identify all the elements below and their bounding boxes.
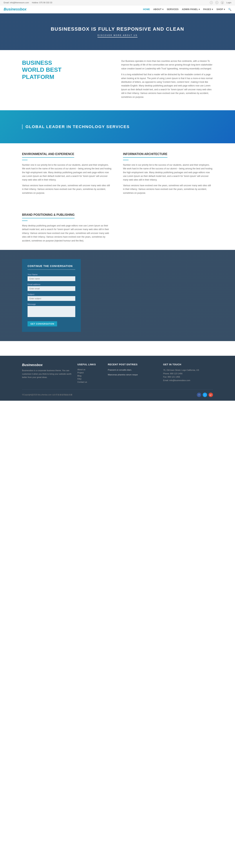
footer-bottom: ©Copyright@2018 bbs.zhenlao.com 允许开发者使用修… <box>22 390 213 397</box>
login-link[interactable]: Login <box>226 1 231 4</box>
facebook-icon[interactable]: f <box>197 393 201 397</box>
logo: Businessbox <box>4 7 26 11</box>
message-textarea[interactable] <box>28 306 75 317</box>
contact-form-box: CONTINUE THE CONVERSATION Your Name Emai… <box>22 259 81 332</box>
intro-p2: It is a long established fact that a rea… <box>121 73 213 99</box>
subject-field-group: Subject <box>28 293 75 301</box>
info-arch-p1: Number one in our priority list is the s… <box>123 163 213 182</box>
footer-contact-col: Get In Touch 76, Old town Street, Logo C… <box>163 363 213 384</box>
env-title: ENVIRONMENTAL AND EXPERIENCE <box>22 152 74 158</box>
recent-post-1: Praesent ut convallis diam. <box>108 368 157 372</box>
nav-pages[interactable]: PAGES ▾ <box>203 8 213 11</box>
subject-label: Subject <box>28 293 75 296</box>
footer-link-faq[interactable]: FAQ <box>77 378 102 380</box>
brand-paragraph: Many desktop publishing packages and web… <box>22 224 114 243</box>
hero-section: BUSINESSBOX IS FULLY RESPONSIVE AND CLEA… <box>0 13 235 50</box>
message-label: Message <box>28 303 75 305</box>
footer-grid: Businessbox Businessbox is a corporate b… <box>22 363 213 384</box>
footer-links-col: Useful Links About us Project Blog FAQ C… <box>77 363 102 384</box>
twitter-icon: t <box>215 1 218 4</box>
header: Businessbox HOME ABOUT ▾ SERVICES ADMIN … <box>0 5 235 13</box>
nav-home[interactable]: HOME <box>143 8 150 11</box>
blue-banner-text: GLOBAL LEADER IN TECHNOLOGY SERVICES <box>22 124 129 129</box>
nav-admin[interactable]: ADMIN PANEL ▾ <box>182 8 200 11</box>
google-icon: g <box>221 1 224 4</box>
footer-link-project[interactable]: Project <box>77 372 102 374</box>
email-field-group: Email address <box>28 283 75 291</box>
top-bar-right: i t g Login <box>210 1 231 4</box>
copyright: ©Copyright@2018 bbs.zhenlao.com 允许开发者使用修… <box>22 394 72 396</box>
footer: Businessbox Businessbox is a corporate b… <box>0 356 235 401</box>
footer-link-about[interactable]: About us <box>77 368 102 371</box>
name-field-group: Your Name <box>28 273 75 281</box>
contact-info: 76, Old town Street, Logo California, US… <box>163 368 213 382</box>
post-link-2[interactable]: Maecenas pharetra rutrum neque <box>108 373 157 376</box>
info-arch-p2: Various versions have evolved over the y… <box>123 184 213 195</box>
googleplus-icon[interactable]: g+ <box>209 393 213 397</box>
name-input[interactable] <box>28 276 75 281</box>
hotline-info: Hotline: 075 99 333 33 <box>32 1 52 4</box>
info-arch-title: INFORMATION ARCHITECTURE <box>123 152 168 158</box>
brand-section: BRAND POSITIONING & PUBLISHING Many desk… <box>0 206 235 250</box>
contact-title: CONTINUE THE CONVERSATION <box>28 265 75 270</box>
twitter-icon-footer[interactable]: t <box>203 393 207 397</box>
nav: HOME ABOUT ▾ SERVICES ADMIN PANEL ▾ PAGE… <box>143 8 231 11</box>
info-arch-right: INFORMATION ARCHITECTURE Number one in o… <box>123 152 213 197</box>
nav-about[interactable]: ABOUT ▾ <box>153 8 164 11</box>
brand-title: BRAND POSITIONING & PUBLISHING <box>22 213 75 218</box>
intro-right: Our Business operates in more than two c… <box>121 59 213 101</box>
recent-posts-title: Recent Post Entries <box>108 363 157 366</box>
email-info: Email: info@themesom.com <box>4 1 29 4</box>
footer-logo: Businessbox <box>22 363 72 367</box>
env-p2: Various versions have evolved over the y… <box>22 184 112 195</box>
footer-link-contact[interactable]: Contact us <box>77 381 102 383</box>
social-icons: f t g+ <box>197 393 213 397</box>
footer-about-text: Businessbox is a corporate business them… <box>22 369 72 379</box>
intro-left: BUSINESS WORLD BEST PLATFORM <box>22 59 114 84</box>
hero-subtitle: DISCOVER MORE ABOUT US <box>97 34 138 37</box>
post-link-1[interactable]: Praesent ut convallis diam. <box>108 368 157 372</box>
nav-services[interactable]: SERVICES <box>167 8 178 11</box>
env-section: ENVIRONMENTAL AND EXPERIENCE Number one … <box>0 143 235 206</box>
blue-banner: GLOBAL LEADER IN TECHNOLOGY SERVICES <box>0 110 235 143</box>
contact-address: 76, Old town Street, Logo California, US <box>163 368 213 372</box>
intro-p1: Our Business operates in more than two c… <box>121 59 213 70</box>
contact-col-title: Get In Touch <box>163 363 213 366</box>
message-field-group: Message <box>28 303 75 318</box>
info-icon: i <box>210 1 213 4</box>
env-left: ENVIRONMENTAL AND EXPERIENCE Number one … <box>22 152 112 197</box>
hero-title: BUSINESSBOX IS FULLY RESPONSIVE AND CLEA… <box>51 26 184 32</box>
nav-shop[interactable]: SHOP ▾ <box>216 8 225 11</box>
footer-about-col: Businessbox Businessbox is a corporate b… <box>22 363 72 384</box>
contact-fax: Fax: 800 121 1456 <box>163 375 213 379</box>
footer-posts-col: Recent Post Entries Praesent ut convalli… <box>108 363 157 384</box>
top-bar: Email: info@themesom.com Hotline: 075 99… <box>0 0 235 5</box>
contact-email: Email: info@businessbox.com <box>163 379 213 382</box>
env-p1: Number one in our priority list is the s… <box>22 163 112 182</box>
contact-section: CONTINUE THE CONVERSATION Your Name Emai… <box>0 250 235 341</box>
useful-links-title: Useful Links <box>77 363 102 366</box>
intro-section: BUSINESS WORLD BEST PLATFORM Our Busines… <box>0 50 235 110</box>
spacer <box>0 341 235 356</box>
search-icon[interactable]: 🔍 <box>228 8 231 11</box>
submit-button[interactable]: GET CONVERSATION <box>28 321 57 327</box>
subject-input[interactable] <box>28 296 75 301</box>
contact-phone: Phone: 800 123 1456 <box>163 372 213 375</box>
email-input[interactable] <box>28 286 75 291</box>
name-label: Your Name <box>28 273 75 276</box>
email-label: Email address <box>28 283 75 285</box>
intro-heading: BUSINESS WORLD BEST PLATFORM <box>22 59 114 80</box>
footer-link-blog[interactable]: Blog <box>77 375 102 377</box>
top-bar-left: Email: info@themesom.com Hotline: 075 99… <box>4 1 52 4</box>
recent-post-2: Maecenas pharetra rutrum neque <box>108 373 157 376</box>
